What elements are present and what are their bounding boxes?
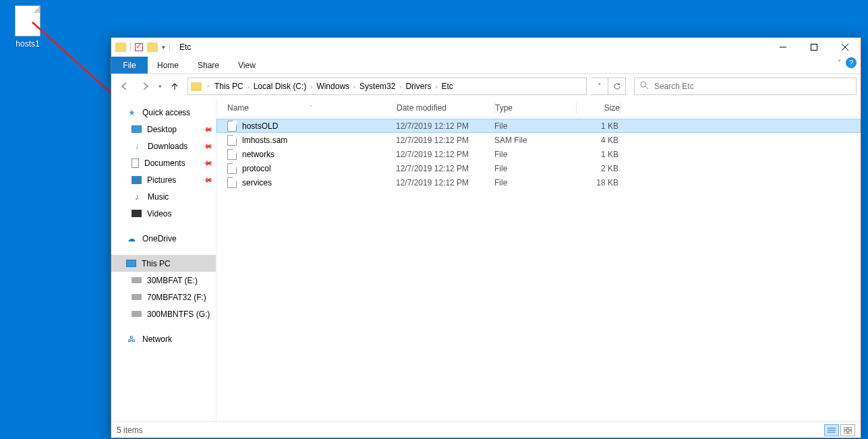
col-type[interactable]: Type (495, 103, 576, 113)
status-text: 5 items (117, 426, 143, 435)
file-icon (227, 121, 237, 131)
address-dropdown[interactable]: ˅ (591, 78, 608, 95)
refresh-icon (613, 82, 621, 90)
search-input[interactable] (654, 82, 850, 91)
sidebar-item-videos[interactable]: Videos (111, 205, 216, 222)
cloud-icon: ☁ (126, 233, 137, 244)
sidebar-drive[interactable]: 30MBFAT (E:) (111, 272, 216, 289)
sidebar-quick-access[interactable]: ★ Quick access (111, 104, 216, 121)
properties-icon[interactable] (135, 43, 143, 51)
back-button[interactable] (115, 78, 133, 95)
videos-icon (132, 210, 142, 217)
sidebar-item-music[interactable]: ♪Music (111, 188, 216, 205)
view-details-button[interactable] (824, 424, 839, 436)
file-type: SAM File (494, 136, 575, 145)
file-date: 12/7/2019 12:12 PM (396, 150, 494, 159)
file-name: services (242, 178, 396, 187)
chevron-right-icon[interactable]: › (206, 83, 210, 90)
file-date: 12/7/2019 12:12 PM (396, 178, 494, 187)
column-headers: Name˄ Date modified Type Size (216, 98, 861, 117)
tab-home[interactable]: Home (148, 57, 188, 74)
sidebar-network[interactable]: 🖧 Network (111, 330, 216, 347)
tab-file[interactable]: File (111, 57, 148, 74)
qat-dropdown[interactable]: ▾ (162, 44, 165, 51)
ribbon-expand-icon[interactable]: ˅ (838, 59, 842, 67)
sidebar-item-documents[interactable]: Documents📌 (111, 154, 216, 171)
file-row[interactable]: networks12/7/2019 12:12 PMFile1 KB (216, 147, 861, 161)
breadcrumb-this-pc[interactable]: This PC (212, 82, 246, 91)
breadcrumb-drivers[interactable]: Drivers (403, 82, 434, 91)
status-bar: 5 items (111, 421, 861, 438)
file-size: 2 KB (575, 164, 618, 173)
sidebar-drive[interactable]: 70MBFAT32 (F:) (111, 289, 216, 305)
file-type: File (494, 164, 575, 173)
titlebar: ▾ Etc (111, 38, 861, 57)
sidebar-drive[interactable]: 300MBNTFS (G:) (111, 305, 216, 322)
col-size[interactable]: Size (577, 103, 620, 113)
file-name: lmhosts.sam (242, 136, 396, 145)
file-date: 12/7/2019 12:12 PM (396, 136, 494, 145)
pin-icon: 📌 (202, 174, 213, 185)
chevron-right-icon[interactable]: › (352, 84, 357, 90)
sidebar-onedrive[interactable]: ☁ OneDrive (111, 230, 216, 247)
col-name[interactable]: Name˄ (227, 103, 396, 113)
close-button[interactable] (830, 38, 861, 57)
file-size: 1 KB (575, 150, 618, 159)
file-icon (227, 163, 237, 174)
desktop-file-label: hosts1 (8, 39, 47, 49)
file-size: 4 KB (575, 136, 618, 145)
address-bar[interactable]: › This PC›Local Disk (C:)›Windows›System… (187, 78, 587, 95)
monitor-icon (126, 260, 136, 267)
file-type: File (494, 150, 575, 159)
tab-view[interactable]: View (229, 57, 265, 74)
chevron-right-icon[interactable]: › (246, 84, 251, 90)
col-date[interactable]: Date modified (397, 103, 494, 113)
drive-icon (132, 277, 142, 283)
breadcrumb-etc[interactable]: Etc (438, 82, 455, 91)
desktop-icon (132, 125, 142, 133)
sidebar-item-downloads[interactable]: ↓Downloads📌 (111, 138, 216, 154)
refresh-button[interactable] (608, 78, 626, 95)
file-row[interactable]: protocol12/7/2019 12:12 PMFile2 KB (216, 161, 861, 175)
nav-sidebar: ★ Quick access Desktop📌↓Downloads📌Docume… (111, 98, 216, 421)
breadcrumb-windows[interactable]: Windows (314, 82, 352, 91)
minimize-button[interactable] (768, 38, 799, 57)
file-row[interactable]: services12/7/2019 12:12 PMFile18 KB (216, 175, 861, 189)
maximize-icon (811, 44, 817, 51)
file-rows[interactable]: hostsOLD12/7/2019 12:12 PMFile1 KBlmhost… (216, 117, 861, 421)
svg-rect-10 (844, 427, 847, 430)
desktop-file-hosts1[interactable]: hosts1 (8, 5, 47, 49)
sidebar-item-desktop[interactable]: Desktop📌 (111, 121, 216, 138)
view-thumbnails-button[interactable] (840, 424, 855, 436)
help-button[interactable]: ? (846, 57, 857, 68)
svg-line-6 (645, 86, 648, 89)
file-name: protocol (242, 164, 396, 173)
svg-rect-13 (848, 431, 852, 434)
sidebar-item-pictures[interactable]: Pictures📌 (111, 171, 216, 188)
file-type: File (494, 121, 575, 131)
maximize-button[interactable] (799, 38, 830, 57)
tab-share[interactable]: Share (188, 57, 229, 74)
file-date: 12/7/2019 12:12 PM (396, 164, 494, 173)
file-icon (227, 149, 237, 160)
history-dropdown[interactable]: ▾ (158, 83, 162, 90)
file-icon (227, 177, 237, 188)
folder-icon (115, 42, 126, 52)
pin-icon: 📌 (202, 123, 213, 134)
breadcrumb-local-disk-c-[interactable]: Local Disk (C:) (251, 82, 310, 91)
up-button[interactable] (166, 78, 183, 95)
breadcrumb-system32[interactable]: System32 (357, 82, 398, 91)
folder-icon[interactable] (147, 42, 158, 52)
file-size: 1 KB (575, 121, 618, 131)
file-size: 18 KB (575, 178, 618, 187)
documents-icon (132, 158, 139, 168)
search-box[interactable] (634, 78, 857, 95)
search-icon (640, 81, 649, 92)
svg-point-5 (641, 82, 646, 87)
file-row[interactable]: hostsOLD12/7/2019 12:12 PMFile1 KB (216, 119, 861, 133)
sidebar-this-pc[interactable]: This PC (111, 255, 216, 272)
pictures-icon (132, 176, 142, 184)
file-icon (15, 5, 40, 36)
file-row[interactable]: lmhosts.sam12/7/2019 12:12 PMSAM File4 K… (216, 133, 861, 147)
forward-button[interactable] (137, 78, 154, 95)
